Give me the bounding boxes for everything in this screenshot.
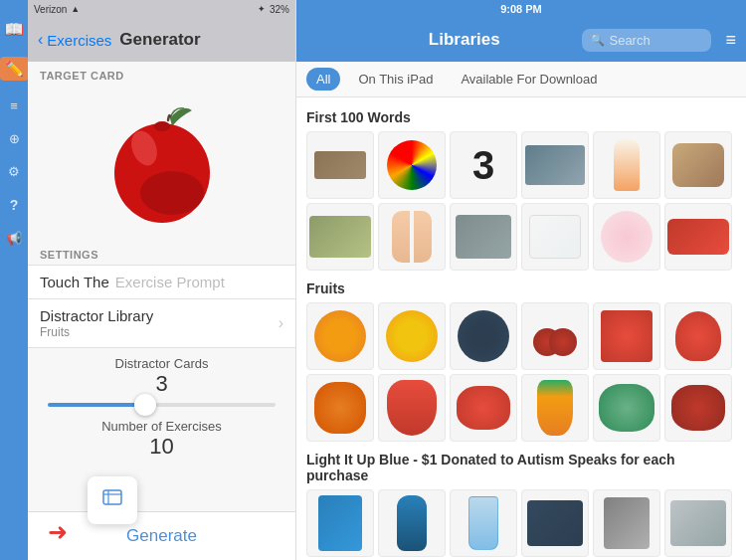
libraries-content: First 100 Words 3 Fruits bbox=[296, 97, 746, 560]
list-view-icon[interactable]: ≡ bbox=[725, 30, 736, 51]
distractor-library-title: Distractor Library bbox=[40, 307, 153, 324]
list-item[interactable] bbox=[593, 203, 660, 271]
distractor-slider-track[interactable] bbox=[48, 403, 276, 407]
generate-button[interactable]: Generate bbox=[28, 512, 295, 560]
list-item[interactable] bbox=[521, 302, 589, 370]
search-input[interactable] bbox=[609, 33, 703, 48]
list-item[interactable] bbox=[450, 374, 517, 442]
megaphone-icon[interactable]: 📢 bbox=[6, 231, 22, 246]
exercise-prompt-placeholder: Exercise Prompt bbox=[115, 274, 225, 290]
list-item[interactable]: 3 bbox=[450, 131, 517, 199]
distractor-cards-section: Distractor Cards 3 bbox=[28, 348, 295, 399]
target-card-label: TARGET CARD bbox=[28, 62, 295, 84]
list-item[interactable] bbox=[306, 489, 374, 557]
globe-icon[interactable]: ⊕ bbox=[9, 131, 20, 146]
list-item[interactable] bbox=[664, 131, 732, 199]
left-nav-bar: ‹ Exercises Generator bbox=[28, 18, 295, 62]
slider-thumb[interactable] bbox=[134, 394, 156, 416]
distractor-library-row[interactable]: Distractor Library Fruits › bbox=[28, 298, 295, 348]
wifi-icon: ▲ bbox=[71, 4, 80, 14]
section-title-fruits: Fruits bbox=[306, 280, 736, 296]
list-item[interactable] bbox=[378, 203, 446, 271]
list-item[interactable] bbox=[521, 131, 589, 199]
list-item[interactable] bbox=[306, 302, 374, 370]
svg-point-2 bbox=[140, 171, 204, 215]
list-lines-icon[interactable]: ≡ bbox=[10, 98, 18, 113]
sidebar-icons: 📖 ✏️ ≡ ⊕ ⚙ ? 📢 bbox=[0, 0, 28, 560]
section-title-blue: Light It Up Blue - $1 Donated to Autism … bbox=[306, 452, 736, 483]
list-item[interactable] bbox=[450, 302, 517, 370]
back-label[interactable]: Exercises bbox=[47, 32, 111, 49]
settings-label: SETTINGS bbox=[28, 243, 295, 265]
list-item[interactable] bbox=[378, 489, 446, 557]
library-popup-icon bbox=[101, 486, 123, 514]
list-item[interactable] bbox=[378, 374, 446, 442]
target-card-image[interactable] bbox=[28, 84, 295, 243]
touch-the-text: Touch The bbox=[40, 274, 109, 290]
distractor-library-subtitle: Fruits bbox=[40, 325, 153, 339]
list-item[interactable] bbox=[521, 203, 589, 271]
list-item[interactable] bbox=[664, 203, 732, 271]
num-exercises-section: Number of Exercises 10 bbox=[28, 415, 295, 462]
list-item[interactable] bbox=[306, 203, 374, 271]
section-title-first100: First 100 Words bbox=[306, 109, 736, 125]
list-item[interactable] bbox=[593, 131, 660, 199]
right-status-bar: 9:08 PM bbox=[296, 0, 746, 18]
list-item[interactable] bbox=[664, 489, 732, 557]
bluetooth-icon: ✦ bbox=[258, 4, 266, 14]
filter-tabs: All On This iPad Available For Download bbox=[296, 62, 746, 97]
num-exercises-value: 10 bbox=[149, 434, 173, 460]
list-item[interactable] bbox=[521, 374, 589, 442]
list-item[interactable] bbox=[306, 131, 374, 199]
distractor-slider-container bbox=[28, 399, 295, 415]
left-panel: Verizon ▲ ✦ 32% ‹ Exercises Generator TA… bbox=[28, 0, 296, 560]
back-arrow-icon[interactable]: ‹ bbox=[38, 31, 43, 49]
battery-label: 32% bbox=[270, 4, 289, 15]
distractor-cards-value: 3 bbox=[155, 371, 167, 397]
list-item[interactable] bbox=[450, 489, 517, 557]
search-icon: 🔍 bbox=[590, 33, 605, 47]
filter-tab-download[interactable]: Available For Download bbox=[451, 68, 607, 91]
list-item[interactable] bbox=[664, 374, 732, 442]
svg-rect-4 bbox=[103, 490, 121, 504]
library-popup[interactable] bbox=[88, 476, 137, 524]
right-panel: 9:08 PM Libraries 🔍 ≡ All On This iPad A… bbox=[296, 0, 746, 560]
list-item[interactable] bbox=[378, 131, 446, 199]
nav-title: Generator bbox=[119, 30, 200, 50]
filter-tab-all[interactable]: All bbox=[306, 68, 340, 91]
bottom-bar: ➜ Generate bbox=[28, 511, 295, 560]
arrow-indicator: ➜ bbox=[48, 518, 68, 546]
search-box[interactable]: 🔍 bbox=[582, 29, 711, 52]
list-item[interactable] bbox=[378, 302, 446, 370]
status-bar: Verizon ▲ ✦ 32% bbox=[28, 0, 295, 18]
libraries-header: Libraries 🔍 ≡ bbox=[296, 18, 746, 62]
settings-icon[interactable]: ⚙ bbox=[8, 164, 20, 179]
question-icon[interactable]: ? bbox=[10, 197, 19, 213]
fruits-grid bbox=[306, 302, 736, 442]
list-item[interactable] bbox=[306, 374, 374, 442]
num-exercises-label: Number of Exercises bbox=[101, 419, 222, 434]
list-item[interactable] bbox=[450, 203, 517, 271]
right-time: 9:08 PM bbox=[500, 3, 542, 15]
list-item[interactable] bbox=[593, 489, 660, 557]
libraries-title: Libraries bbox=[354, 30, 574, 50]
list-item[interactable] bbox=[664, 302, 732, 370]
slider-fill bbox=[48, 403, 139, 407]
list-item[interactable] bbox=[593, 374, 660, 442]
list-item[interactable] bbox=[593, 302, 660, 370]
first100-grid: 3 bbox=[306, 131, 736, 271]
book-open-icon[interactable]: 📖 bbox=[4, 20, 24, 39]
svg-point-3 bbox=[154, 121, 170, 131]
carrier-label: Verizon bbox=[34, 4, 67, 15]
chevron-right-icon: › bbox=[279, 314, 283, 332]
pencil-icon[interactable]: ✏️ bbox=[0, 57, 29, 81]
touch-the-row[interactable]: Touch The Exercise Prompt bbox=[28, 265, 295, 298]
distractor-cards-label: Distractor Cards bbox=[115, 356, 209, 371]
filter-tab-on-ipad[interactable]: On This iPad bbox=[348, 68, 443, 91]
list-item[interactable] bbox=[521, 489, 589, 557]
blue-grid bbox=[306, 489, 736, 560]
